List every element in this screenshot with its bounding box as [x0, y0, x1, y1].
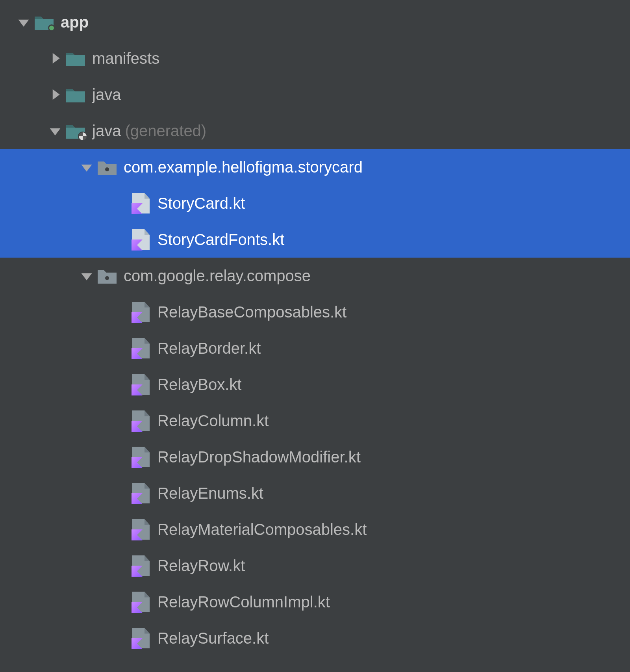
tree-node-file[interactable]: RelaySurface.kt	[0, 620, 630, 656]
chevron-down-icon[interactable]	[14, 15, 33, 29]
tree-node-label: manifests	[92, 50, 159, 67]
tree-node-label: com.example.hellofigma.storycard	[124, 158, 363, 176]
kotlin-file-icon	[130, 555, 152, 576]
kotlin-file-icon	[130, 338, 152, 358]
tree-node-file-storycard[interactable]: StoryCard.kt	[0, 185, 630, 221]
tree-node-file[interactable]: RelayRow.kt	[0, 548, 630, 584]
kotlin-file-icon	[130, 193, 152, 213]
kotlin-file-icon	[130, 483, 152, 503]
tree-node-label: RelaySurface.kt	[158, 629, 269, 647]
chevron-right-icon[interactable]	[46, 52, 65, 65]
tree-node-pkg-relay[interactable]: com.google.relay.compose	[0, 258, 630, 294]
tree-node-app[interactable]: app	[0, 4, 630, 40]
chevron-right-icon[interactable]	[46, 88, 65, 101]
project-tree: app manifests java	[0, 0, 630, 656]
tree-node-file[interactable]: RelayBorder.kt	[0, 330, 630, 366]
kotlin-file-icon	[130, 628, 152, 648]
tree-node-label: java	[92, 122, 121, 140]
tree-node-label: RelayEnums.kt	[158, 485, 263, 502]
tree-node-file[interactable]: RelayRowColumnImpl.kt	[0, 584, 630, 620]
tree-node-label: StoryCardFonts.kt	[158, 231, 284, 249]
tree-node-file[interactable]: RelayEnums.kt	[0, 475, 630, 511]
tree-node-label: RelayBaseComposables.kt	[158, 303, 346, 321]
tree-node-manifests[interactable]: manifests	[0, 40, 630, 76]
tree-node-file[interactable]: RelayMaterialComposables.kt	[0, 511, 630, 548]
tree-node-label: RelayRowColumnImpl.kt	[158, 593, 330, 611]
tree-node-label: RelayDropShadowModifier.kt	[158, 448, 361, 466]
kotlin-file-icon	[130, 447, 152, 467]
kotlin-file-icon	[130, 592, 152, 612]
tree-node-label: RelayColumn.kt	[158, 412, 269, 430]
tree-node-label: app	[61, 13, 89, 31]
tree-node-java-generated[interactable]: java (generated)	[0, 113, 630, 149]
chevron-down-icon[interactable]	[77, 160, 96, 174]
package-icon	[96, 268, 118, 284]
package-icon	[96, 159, 118, 175]
tree-node-label: RelayMaterialComposables.kt	[158, 521, 367, 538]
kotlin-file-icon	[130, 229, 152, 250]
tree-node-file-storycardfonts[interactable]: StoryCardFonts.kt	[0, 221, 630, 258]
tree-node-file[interactable]: RelayBox.kt	[0, 366, 630, 403]
kotlin-file-icon	[130, 302, 152, 322]
tree-node-file[interactable]: RelayDropShadowModifier.kt	[0, 439, 630, 475]
tree-node-suffix: (generated)	[125, 122, 206, 140]
tree-node-label: RelayRow.kt	[158, 557, 245, 575]
tree-node-label: RelayBox.kt	[158, 376, 241, 394]
tree-node-pkg-storycard[interactable]: com.example.hellofigma.storycard	[0, 149, 630, 185]
tree-node-label: com.google.relay.compose	[124, 267, 311, 285]
folder-icon	[65, 50, 87, 66]
generated-folder-icon	[65, 123, 87, 139]
kotlin-file-icon	[130, 374, 152, 395]
folder-icon	[65, 87, 87, 102]
tree-node-file[interactable]: RelayBaseComposables.kt	[0, 294, 630, 330]
tree-node-label: java	[92, 86, 121, 104]
tree-node-file[interactable]: RelayColumn.kt	[0, 403, 630, 439]
module-folder-icon	[33, 14, 55, 30]
kotlin-file-icon	[130, 410, 152, 431]
tree-node-label: StoryCard.kt	[158, 195, 245, 212]
chevron-down-icon[interactable]	[77, 269, 96, 282]
chevron-down-icon[interactable]	[46, 124, 65, 137]
tree-node-java-src[interactable]: java	[0, 76, 630, 113]
kotlin-file-icon	[130, 519, 152, 540]
tree-node-label: RelayBorder.kt	[158, 340, 261, 357]
